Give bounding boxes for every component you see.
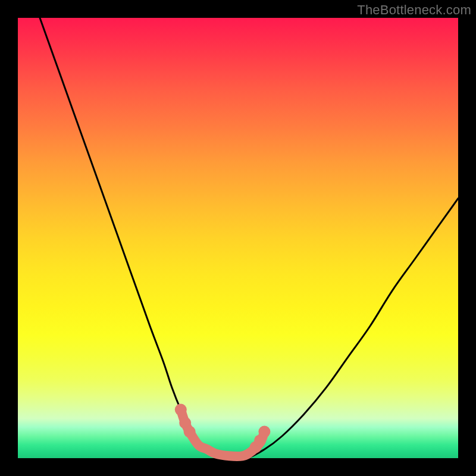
watermark-text: TheBottleneck.com [357, 2, 471, 18]
curve-layer [18, 18, 458, 458]
highlight-marker [184, 426, 196, 438]
plot-area [18, 18, 458, 458]
bottleneck-curve [40, 18, 458, 459]
highlight-marker [175, 404, 187, 416]
highlight-marker [258, 426, 270, 438]
chart-frame: TheBottleneck.com [0, 0, 476, 476]
